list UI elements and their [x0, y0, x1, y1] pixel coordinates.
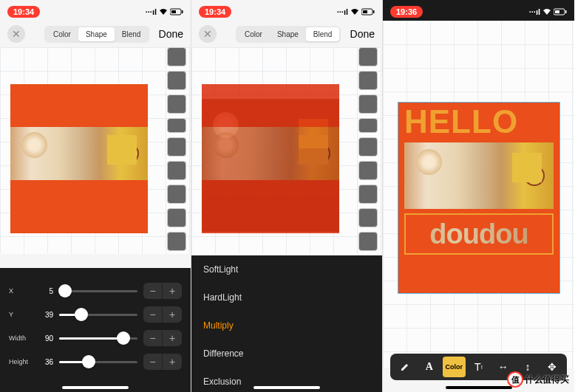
blend-option-multiply[interactable]: Multiply [191, 312, 382, 340]
tab-blend[interactable]: Blend [115, 27, 149, 41]
status-bar: 19:34 ···ıl [191, 0, 382, 21]
poster-title: HELLO [398, 103, 559, 138]
blend-panel: SoftLightHardLightMultiplyDifferenceExcl… [191, 255, 382, 392]
done-button[interactable]: Done [350, 28, 375, 40]
slider[interactable] [59, 314, 137, 316]
swatch[interactable] [167, 71, 186, 90]
svg-rect-4 [363, 10, 367, 13]
watermark: 值 什么值得买 [507, 371, 569, 388]
swatch[interactable] [167, 232, 186, 251]
shape-rectangle-blended[interactable] [202, 84, 339, 233]
stepper-minus[interactable]: − [143, 330, 163, 346]
close-button[interactable]: ✕ [199, 25, 217, 43]
swatch[interactable] [167, 118, 186, 133]
canvas[interactable]: HELLO doudou [383, 21, 574, 368]
watermark-badge: 值 [507, 371, 523, 388]
swatch[interactable] [358, 185, 378, 204]
slider-value: 36 [38, 358, 53, 366]
stepper-minus[interactable]: − [143, 283, 163, 299]
stepper-plus[interactable]: + [163, 306, 182, 323]
home-indicator [254, 386, 320, 389]
status-bar: 19:34 ···ıl [0, 0, 191, 21]
svg-rect-5 [373, 10, 375, 13]
poster-photo [404, 142, 554, 209]
status-indicators: ···ıl [529, 7, 567, 16]
swatch[interactable] [167, 185, 186, 204]
font-button[interactable]: A [418, 357, 440, 377]
slider-value: 90 [38, 334, 53, 343]
phone-screen-shape: 19:34 ···ıl ✕ Color Shape Blend Done [0, 0, 191, 392]
poster[interactable]: HELLO doudou [398, 102, 560, 294]
svg-rect-1 [171, 10, 176, 13]
mode-segmented-control: Color Shape Blend [44, 26, 149, 43]
status-bar: 19:36 ···ıl [383, 0, 574, 21]
stepper: −+ [143, 330, 182, 346]
swatch[interactable] [358, 118, 378, 133]
swatch[interactable] [167, 47, 186, 66]
tab-color[interactable]: Color [237, 27, 270, 41]
swatch[interactable] [358, 47, 378, 66]
stepper-plus[interactable]: + [163, 330, 182, 346]
tab-color[interactable]: Color [46, 27, 78, 41]
status-indicators: ···ıl [146, 7, 183, 16]
swatch[interactable] [358, 71, 378, 90]
editor-toolbar: ✕ Color Shape Blend Done [191, 21, 382, 47]
home-indicator [446, 386, 512, 389]
swatch[interactable] [358, 94, 378, 114]
canvas[interactable] [0, 47, 191, 254]
tab-shape[interactable]: Shape [78, 27, 115, 41]
stepper: −+ [143, 354, 182, 370]
swatch[interactable] [358, 137, 378, 157]
blend-option-difference[interactable]: Difference [191, 340, 382, 368]
stepper-plus[interactable]: + [163, 283, 182, 299]
status-time: 19:34 [7, 6, 40, 18]
svg-rect-7 [555, 10, 559, 13]
swatch[interactable] [167, 94, 186, 114]
svg-rect-8 [565, 10, 567, 13]
slider-row-width: Width90−+ [9, 330, 182, 346]
tab-blend[interactable]: Blend [306, 27, 340, 41]
stepper-minus[interactable]: − [143, 306, 163, 323]
swatch[interactable] [167, 161, 186, 180]
slider-value: 5 [38, 287, 53, 295]
slider-label: Height [9, 358, 33, 365]
slider-row-y: Y39−+ [9, 306, 182, 323]
svg-rect-2 [182, 10, 183, 13]
swatch[interactable] [358, 161, 378, 180]
slider-label: Width [9, 334, 33, 342]
close-button[interactable]: ✕ [7, 25, 25, 43]
swatch[interactable] [167, 208, 186, 227]
stepper: −+ [143, 283, 182, 299]
swatch[interactable] [167, 137, 186, 157]
phone-screen-blend: 19:34 ···ıl ✕ Color Shape Blend Done [191, 0, 383, 392]
slider[interactable] [59, 361, 137, 363]
swatch[interactable] [358, 232, 378, 251]
canvas[interactable] [191, 47, 382, 254]
editor-toolbar: ✕ Color Shape Blend Done [0, 21, 191, 47]
slider-row-height: Height36−+ [9, 354, 182, 370]
blend-option-softlight[interactable]: SoftLight [191, 255, 382, 283]
stepper: −+ [143, 306, 182, 323]
swatch[interactable] [358, 208, 378, 227]
blend-option-hardlight[interactable]: HardLight [191, 283, 382, 312]
tab-shape[interactable]: Shape [270, 27, 306, 41]
phone-screen-result: 19:36 ···ıl HELLO doudou A Color T! ↔ ↕ … [383, 0, 574, 392]
slider-label: X [9, 287, 33, 295]
slider-label: Y [9, 311, 33, 318]
shape-panel: X5−+Y39−+Width90−+Height36−+ [0, 268, 191, 392]
mode-segmented-control: Color Shape Blend [236, 26, 341, 43]
stepper-plus[interactable]: + [163, 354, 182, 370]
color-button[interactable]: Color [443, 357, 466, 377]
done-button[interactable]: Done [159, 28, 183, 40]
shape-rectangle[interactable] [10, 84, 148, 233]
slider-row-x: X5−+ [9, 283, 182, 299]
slider-value: 39 [38, 311, 53, 319]
swatch-column [167, 47, 186, 251]
text-style-button[interactable]: T! [467, 357, 490, 377]
swatch-column [358, 47, 378, 251]
stepper-minus[interactable]: − [143, 354, 163, 370]
slider[interactable] [59, 337, 137, 340]
slider[interactable] [59, 290, 137, 292]
photo-layer [10, 127, 148, 180]
edit-text-button[interactable] [393, 357, 416, 377]
